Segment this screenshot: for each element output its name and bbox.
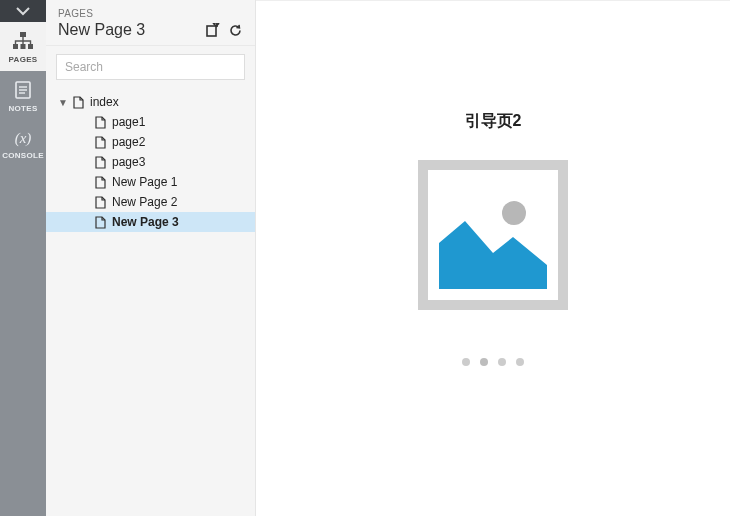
pager-dot[interactable]: [516, 358, 524, 366]
page-icon: [92, 116, 108, 129]
sitemap-icon: [12, 31, 34, 51]
rail-tab-label: NOTES: [8, 104, 37, 113]
tree-item-label: page3: [112, 155, 145, 169]
export-icon[interactable]: [205, 23, 220, 38]
tree-item-label: index: [90, 95, 119, 109]
image-placeholder[interactable]: [418, 160, 568, 310]
tree-item[interactable]: New Page 1: [46, 172, 255, 192]
page-icon: [92, 216, 108, 229]
tree-item-label: New Page 1: [112, 175, 177, 189]
page-icon: [70, 96, 86, 109]
variable-icon: (x): [11, 129, 35, 147]
rail-tab-label: PAGES: [9, 55, 38, 64]
rail-tab-notes[interactable]: NOTES: [0, 71, 46, 120]
page-icon: [92, 196, 108, 209]
chevron-down-icon: [16, 6, 30, 16]
refresh-icon[interactable]: [228, 23, 243, 38]
image-placeholder-graphic: [439, 181, 547, 289]
svg-rect-0: [20, 32, 26, 37]
svg-point-10: [502, 201, 526, 225]
pager-dot[interactable]: [462, 358, 470, 366]
tree-item[interactable]: New Page 2: [46, 192, 255, 212]
svg-text:(x): (x): [15, 130, 32, 147]
pager-dot[interactable]: [498, 358, 506, 366]
tree-item-label: page2: [112, 135, 145, 149]
tree-item[interactable]: page3: [46, 152, 255, 172]
page-icon: [92, 136, 108, 149]
svg-rect-1: [13, 44, 18, 49]
search-input[interactable]: [56, 54, 245, 80]
tree-item[interactable]: page1: [46, 112, 255, 132]
tree-item[interactable]: New Page 3: [46, 212, 255, 232]
preview-title: 引导页2: [465, 111, 522, 132]
search-container: [46, 46, 255, 88]
rail-collapse-button[interactable]: [0, 0, 46, 22]
svg-rect-9: [207, 26, 216, 36]
svg-rect-2: [21, 44, 26, 49]
rail-tab-label: CONSOLE: [2, 151, 44, 160]
panel-header: PAGES New Page 3: [46, 0, 255, 46]
pager-dot[interactable]: [480, 358, 488, 366]
panel-title: New Page 3: [58, 21, 145, 39]
rail-tab-console[interactable]: (x) CONSOLE: [0, 120, 46, 167]
tree-folder-index[interactable]: ▼ index: [46, 92, 255, 112]
page-icon: [92, 156, 108, 169]
caret-down-icon[interactable]: ▼: [56, 97, 70, 108]
tree-item[interactable]: page2: [46, 132, 255, 152]
preview-block: 引导页2: [418, 111, 568, 366]
canvas[interactable]: 引导页2: [256, 0, 730, 516]
tree-item-label: page1: [112, 115, 145, 129]
panel-overline: PAGES: [58, 8, 243, 19]
page-tree: ▼ index page1 page2 page3 New Page 1: [46, 88, 255, 516]
tree-item-label: New Page 3: [112, 215, 179, 229]
left-rail: PAGES NOTES (x) CONSOLE: [0, 0, 46, 516]
pages-panel: PAGES New Page 3 ▼ index: [46, 0, 256, 516]
page-icon: [92, 176, 108, 189]
tree-item-label: New Page 2: [112, 195, 177, 209]
notes-icon: [13, 80, 33, 100]
pager-dots: [462, 358, 524, 366]
svg-rect-3: [28, 44, 33, 49]
rail-tab-pages[interactable]: PAGES: [0, 22, 46, 71]
